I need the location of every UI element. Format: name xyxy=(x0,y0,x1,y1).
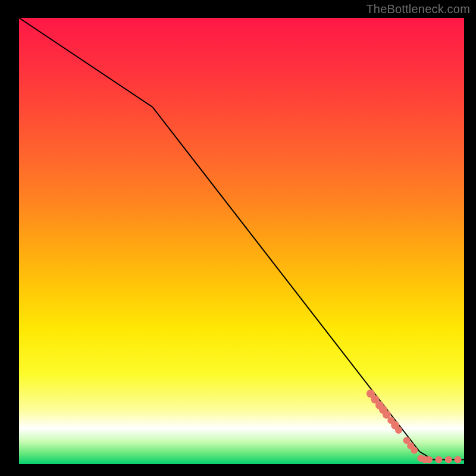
chart-svg xyxy=(0,0,476,476)
data-marker xyxy=(425,456,433,464)
data-marker xyxy=(435,456,442,464)
plot-background xyxy=(19,18,464,464)
chart-stage: TheBottleneck.com xyxy=(0,0,476,476)
data-marker xyxy=(455,456,462,464)
data-marker xyxy=(411,447,418,454)
data-marker xyxy=(395,427,402,434)
data-marker xyxy=(445,456,452,464)
attribution-label: TheBottleneck.com xyxy=(366,2,470,16)
